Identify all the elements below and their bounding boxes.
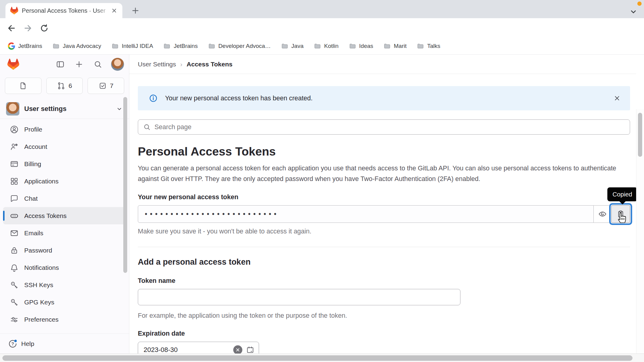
- tab-close-icon[interactable]: [110, 7, 118, 15]
- new-token-group: •••••••••••••••••••••••••• Copied: [138, 205, 630, 223]
- page-horizontal-scrollbar[interactable]: [2, 355, 632, 361]
- bookmark-folder-marit[interactable]: Marit: [383, 42, 407, 50]
- sidebar-item-notifications[interactable]: Notifications: [3, 259, 126, 276]
- sidebar-collapse-icon[interactable]: [55, 59, 66, 70]
- bookmark-folder-kotlin[interactable]: Kotlin: [314, 42, 339, 50]
- bookmark-label: Developer Advoca…: [218, 43, 271, 49]
- notifications-bell-icon: [10, 263, 19, 272]
- breadcrumb-separator: ›: [180, 61, 182, 68]
- page-content: Your new personal access token has been …: [129, 74, 630, 358]
- new-token-value[interactable]: ••••••••••••••••••••••••••: [138, 205, 594, 223]
- sidebar-item-label: Billing: [24, 160, 41, 168]
- sidebar-item-profile[interactable]: Profile: [3, 121, 126, 138]
- page-horizontal-scrollbar-track: [0, 354, 644, 362]
- token-created-alert: Your new personal access token has been …: [138, 86, 630, 110]
- folder-icon: [111, 42, 119, 50]
- bookmark-folder-developer-advocacy[interactable]: Developer Advoca…: [208, 42, 271, 50]
- bookmark-folder-java-advocacy[interactable]: Java Advocacy: [52, 42, 101, 50]
- sidebar-context-header[interactable]: User settings: [0, 99, 129, 119]
- bookmark-folder-jetbrains[interactable]: JetBrains: [163, 42, 198, 50]
- gitlab-logo[interactable]: [7, 59, 19, 70]
- sidebar-help-button[interactable]: ? Help: [0, 334, 129, 354]
- issues-shortcut-button[interactable]: [5, 78, 41, 94]
- todo-check-icon: [98, 82, 107, 90]
- bookmark-folder-ideas[interactable]: Ideas: [349, 42, 373, 50]
- sidebar-item-applications[interactable]: Applications: [3, 173, 126, 190]
- new-token-helper: Make sure you save it - you won't be abl…: [138, 228, 630, 235]
- browser-tab[interactable]: Personal Access Tokens · User: [5, 3, 122, 18]
- sidebar-item-label: Password: [24, 247, 52, 254]
- gitlab-app: 6 7 User settings Profile A: [0, 55, 644, 354]
- issues-icon: [19, 82, 27, 90]
- expiration-date-value[interactable]: 2023-08-30: [144, 346, 230, 354]
- page-vertical-scrollbar[interactable]: [638, 113, 642, 157]
- bookmark-folder-talks[interactable]: Talks: [417, 42, 440, 50]
- sidebar-item-password[interactable]: Password: [3, 242, 126, 259]
- sidebar-context-title: User settings: [24, 105, 111, 113]
- google-favicon: [8, 42, 15, 50]
- alert-message: Your new personal access token has been …: [165, 95, 605, 102]
- sidebar-item-emails[interactable]: Emails: [3, 224, 126, 242]
- reload-button[interactable]: [38, 22, 50, 34]
- section-divider: [138, 247, 630, 247]
- back-button[interactable]: [5, 22, 18, 34]
- page-search-box[interactable]: [138, 119, 630, 135]
- user-avatar[interactable]: [111, 58, 124, 71]
- todos-shortcut-button[interactable]: 7: [88, 78, 124, 94]
- search-input[interactable]: [154, 123, 625, 131]
- new-tab-button[interactable]: [130, 5, 141, 16]
- bookmark-folder-java[interactable]: Java: [281, 42, 304, 50]
- create-new-icon[interactable]: [73, 59, 85, 70]
- sidebar-item-gpg-keys[interactable]: GPG Keys: [3, 293, 126, 311]
- sidebar-item-access-tokens[interactable]: Access Tokens: [3, 207, 126, 224]
- bookmark-label: Java Advocacy: [63, 43, 101, 49]
- new-token-label: Your new personal access token: [138, 193, 630, 201]
- sidebar-scrollbar[interactable]: [123, 97, 127, 273]
- help-icon: ?: [8, 339, 18, 349]
- sidebar-item-account[interactable]: Account: [3, 138, 126, 155]
- sidebar-item-billing[interactable]: Billing: [3, 155, 126, 173]
- clear-date-icon[interactable]: [233, 345, 242, 354]
- token-name-input[interactable]: [138, 289, 460, 305]
- sidebar-item-label: Access Tokens: [24, 212, 67, 220]
- folder-icon: [281, 42, 288, 50]
- sidebar-item-label: Account: [24, 143, 47, 150]
- search-icon[interactable]: [92, 59, 104, 70]
- sidebar-item-chat[interactable]: Chat: [3, 190, 126, 207]
- alert-close-icon[interactable]: [612, 93, 622, 103]
- merge-requests-shortcut-button[interactable]: 6: [46, 78, 83, 94]
- breadcrumb-parent[interactable]: User Settings: [138, 61, 176, 68]
- folder-icon: [349, 42, 356, 50]
- page-description: You can generate a personal access token…: [138, 163, 626, 184]
- sidebar-item-label: SSH Keys: [24, 281, 53, 289]
- bookmark-folder-intellij-idea[interactable]: IntelliJ IDEA: [111, 42, 153, 50]
- key-icon: [10, 280, 19, 290]
- folder-icon: [52, 42, 60, 50]
- bookmark-jetbrains[interactable]: JetBrains: [8, 42, 42, 50]
- copy-token-button[interactable]: Copied: [611, 205, 630, 223]
- bookmarks-bar: JetBrains Java Advocacy IntelliJ IDEA Je…: [0, 38, 644, 55]
- merge-request-icon: [57, 82, 65, 90]
- expiration-date-label: Expiration date: [138, 330, 630, 337]
- sidebar-topbar: [0, 55, 129, 74]
- bookmark-label: Java: [291, 43, 304, 49]
- sidebar-item-label: Applications: [24, 178, 58, 185]
- tab-search-chevron-icon[interactable]: [629, 8, 637, 16]
- token-name-helper: For example, the application using the t…: [138, 312, 630, 320]
- bookmark-label: JetBrains: [18, 43, 42, 49]
- page-vertical-scrollbar-track: [636, 109, 644, 362]
- svg-text:?: ?: [11, 341, 14, 346]
- bookmark-label: Ideas: [359, 43, 373, 49]
- calendar-icon[interactable]: [246, 346, 254, 354]
- sidebar-item-ssh-keys[interactable]: SSH Keys: [3, 276, 126, 293]
- folder-icon: [417, 42, 424, 50]
- gitlab-favicon: [10, 7, 18, 15]
- forward-button[interactable]: [22, 22, 34, 34]
- breadcrumb: User Settings › Access Tokens: [129, 55, 636, 74]
- emails-icon: [10, 229, 19, 238]
- reveal-token-button[interactable]: [594, 205, 611, 223]
- bookmark-label: IntelliJ IDEA: [122, 43, 153, 49]
- profile-icon: [10, 125, 19, 134]
- sidebar-item-preferences[interactable]: Preferences: [3, 311, 126, 328]
- gitlab-sidebar: 6 7 User settings Profile A: [0, 55, 129, 354]
